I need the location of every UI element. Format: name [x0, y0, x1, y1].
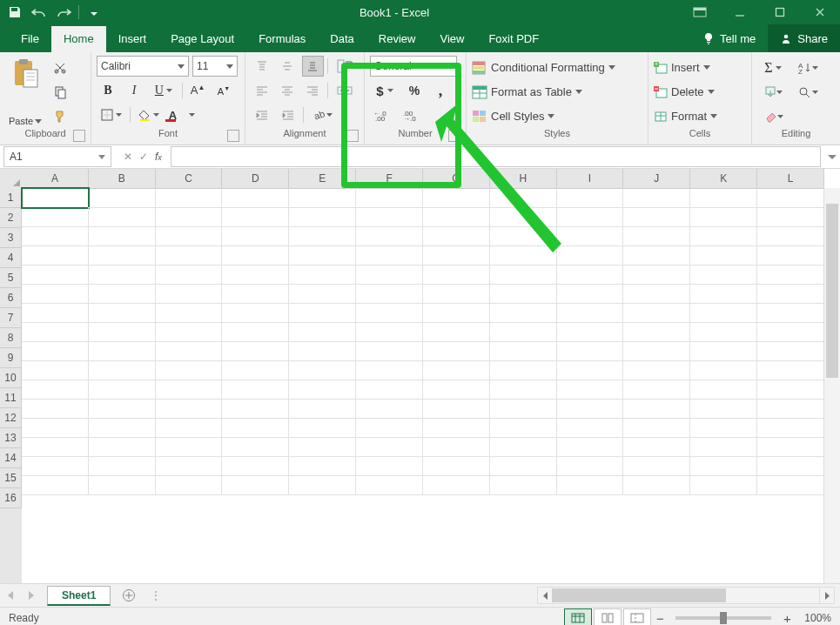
- cell-B5[interactable]: [89, 265, 156, 285]
- cell-H12[interactable]: [490, 399, 557, 419]
- copy-button[interactable]: [49, 82, 71, 103]
- cell-A16[interactable]: [22, 475, 89, 495]
- cell-D8[interactable]: [222, 322, 289, 342]
- col-header-D[interactable]: D: [222, 169, 289, 188]
- cell-H15[interactable]: [490, 456, 557, 476]
- sheet-tab-sheet1[interactable]: Sheet1: [47, 586, 111, 606]
- cell-D11[interactable]: [222, 380, 289, 400]
- tab-insert[interactable]: Insert: [106, 26, 159, 52]
- align-bottom-button[interactable]: [302, 56, 324, 77]
- borders-button[interactable]: [97, 104, 126, 125]
- font-color-button[interactable]: A: [167, 104, 197, 125]
- align-right-button[interactable]: [302, 80, 324, 101]
- cell-E2[interactable]: [289, 207, 356, 227]
- cell-C3[interactable]: [156, 226, 223, 246]
- conditional-formatting-button[interactable]: Conditional Formatting: [472, 57, 642, 79]
- share-button[interactable]: Share: [768, 24, 840, 52]
- cell-D5[interactable]: [222, 265, 289, 285]
- autosum-button[interactable]: Σ: [757, 57, 789, 78]
- cell-L6[interactable]: [757, 284, 824, 304]
- cell-H8[interactable]: [490, 322, 557, 342]
- col-header-H[interactable]: H: [490, 169, 557, 188]
- cell-A4[interactable]: [22, 245, 89, 265]
- cell-A8[interactable]: [22, 322, 89, 342]
- cell-F10[interactable]: [356, 360, 423, 380]
- cell-D3[interactable]: [222, 226, 289, 246]
- alignment-launcher[interactable]: [346, 130, 359, 142]
- save-icon[interactable]: [5, 3, 24, 22]
- cell-L11[interactable]: [757, 380, 824, 400]
- cell-C4[interactable]: [156, 245, 223, 265]
- cell-B3[interactable]: [89, 226, 156, 246]
- cancel-formula-icon[interactable]: ✕: [124, 151, 132, 163]
- cell-I10[interactable]: [557, 360, 624, 380]
- cell-L1[interactable]: [757, 188, 824, 208]
- align-middle-button[interactable]: [276, 56, 298, 77]
- cell-E10[interactable]: [289, 360, 356, 380]
- close-button[interactable]: [800, 0, 840, 24]
- cell-C16[interactable]: [156, 475, 223, 495]
- cell-J1[interactable]: [623, 188, 690, 208]
- col-header-B[interactable]: B: [89, 169, 156, 188]
- cell-F8[interactable]: [356, 322, 423, 342]
- tab-data[interactable]: Data: [318, 26, 366, 52]
- cell-B13[interactable]: [89, 418, 156, 438]
- row-header-13[interactable]: 13: [0, 428, 22, 448]
- cell-G13[interactable]: [423, 418, 490, 438]
- cell-C10[interactable]: [156, 360, 223, 380]
- cell-I11[interactable]: [557, 380, 624, 400]
- cell-D4[interactable]: [222, 245, 289, 265]
- worksheet-grid[interactable]: ABCDEFGHIJKL 12345678910111213141516: [0, 169, 840, 583]
- col-header-C[interactable]: C: [156, 169, 223, 188]
- cell-J8[interactable]: [623, 322, 690, 342]
- cell-C6[interactable]: [156, 284, 223, 304]
- tab-home[interactable]: Home: [51, 26, 106, 52]
- redo-button[interactable]: [54, 3, 73, 22]
- align-left-button[interactable]: [251, 80, 272, 101]
- cell-L2[interactable]: [757, 207, 824, 227]
- cell-C15[interactable]: [156, 456, 223, 476]
- zoom-out-button[interactable]: −: [651, 611, 669, 626]
- cell-G9[interactable]: [423, 341, 490, 361]
- comma-format-button[interactable]: ,: [429, 80, 452, 101]
- cell-I1[interactable]: [557, 188, 624, 208]
- cell-J14[interactable]: [623, 437, 690, 457]
- col-header-I[interactable]: I: [557, 169, 624, 188]
- cell-H14[interactable]: [490, 437, 557, 457]
- cell-A5[interactable]: [22, 265, 89, 285]
- fill-color-button[interactable]: [134, 104, 164, 125]
- row-header-11[interactable]: 11: [0, 388, 22, 408]
- cell-K3[interactable]: [690, 226, 757, 246]
- cell-H2[interactable]: [490, 207, 557, 227]
- cell-J4[interactable]: [623, 245, 690, 265]
- zoom-in-button[interactable]: +: [778, 611, 796, 626]
- sheet-nav-prev[interactable]: [0, 585, 21, 606]
- merge-center-button[interactable]: [332, 80, 359, 101]
- row-header-3[interactable]: 3: [0, 228, 22, 248]
- tab-review[interactable]: Review: [366, 26, 428, 52]
- expand-formula-bar[interactable]: [824, 153, 840, 160]
- col-header-E[interactable]: E: [289, 169, 356, 188]
- cell-K14[interactable]: [690, 437, 757, 457]
- zoom-slider[interactable]: [675, 616, 771, 620]
- cell-A13[interactable]: [22, 418, 89, 438]
- cell-I9[interactable]: [557, 341, 624, 361]
- cell-F4[interactable]: [356, 245, 423, 265]
- page-break-view-button[interactable]: [623, 608, 651, 625]
- name-box[interactable]: A1: [3, 146, 111, 167]
- column-headers[interactable]: ABCDEFGHIJKL: [22, 169, 824, 189]
- cell-G2[interactable]: [423, 207, 490, 227]
- cell-K13[interactable]: [690, 418, 757, 438]
- cell-L9[interactable]: [757, 341, 824, 361]
- cell-D16[interactable]: [222, 475, 289, 495]
- cell-G7[interactable]: [423, 303, 490, 323]
- enter-formula-icon[interactable]: ✓: [139, 151, 148, 163]
- cell-B15[interactable]: [89, 456, 156, 476]
- normal-view-button[interactable]: [564, 608, 592, 625]
- cell-A3[interactable]: [22, 226, 89, 246]
- cell-L15[interactable]: [757, 456, 824, 476]
- cell-F1[interactable]: [356, 188, 423, 208]
- cell-L4[interactable]: [757, 245, 824, 265]
- cell-E1[interactable]: [289, 188, 356, 208]
- cell-I5[interactable]: [557, 265, 624, 285]
